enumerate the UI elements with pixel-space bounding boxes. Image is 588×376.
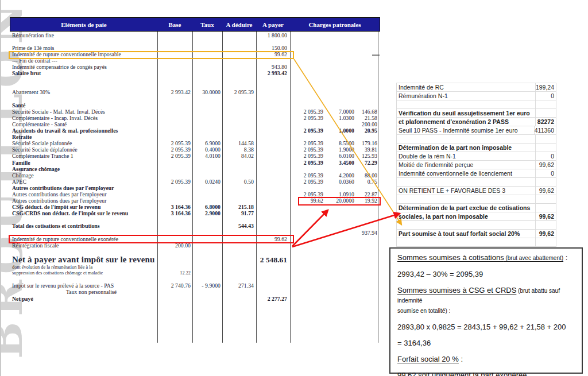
spreadsheet-value: 0	[536, 153, 556, 160]
note-line: soumise en totalité) :	[397, 306, 575, 316]
note-line: Sommes soumises à CSG et CRDS (brut abat…	[397, 286, 575, 305]
red-highlight-box-forfait-social-row	[298, 197, 381, 206]
cell-cb: 2 095.39	[290, 147, 324, 153]
spreadsheet-row	[397, 195, 556, 204]
cell-cb: 2 095.39	[290, 160, 324, 166]
header-col-0: Eléments de paie	[10, 18, 157, 31]
cell-cb: 2 095.39	[290, 173, 324, 179]
cell-label: Complémentaire - Incap. Inval. Décès	[10, 115, 157, 121]
table-row: Autres contributions dues par l'employeu…	[10, 185, 380, 191]
cell-taux: - 9.9000	[192, 283, 222, 289]
cell-base: 2 095.39	[157, 147, 192, 153]
table-row: dont évolution de la rémunération liée à…	[10, 265, 380, 270]
spreadsheet-row: Détermination de la part non imposable	[397, 144, 556, 152]
spreadsheet-value: 99,62	[536, 230, 556, 237]
note-line: = 3164,36	[397, 339, 575, 348]
cell-pay: 150.00	[256, 45, 290, 51]
table-row	[10, 83, 380, 90]
table-row: Net payé2 277.27	[10, 296, 380, 302]
cell-ct: 1.0000	[324, 128, 355, 134]
table-row: Sécurité Sociale - Mal. Mat. Inval. Décè…	[10, 108, 380, 115]
table-row: Net à payer avant impôt sur le revenu2 5…	[10, 255, 380, 265]
cell-ded: 0.50	[222, 179, 256, 185]
cell-ded: 91.77	[222, 211, 256, 216]
cell-label: Retraite	[10, 134, 157, 140]
cell-ded: 2 095.39	[222, 90, 256, 95]
table-row: Sécurité Sociale déplafonnée2 095.390.40…	[10, 147, 380, 153]
cell-label: Complémentaire Tranche 1	[10, 153, 157, 159]
cell-label: Réintégration fiscale	[10, 243, 157, 249]
table-row: Complémentaire - Santé200.00	[10, 121, 380, 127]
cell-cm: 88.00	[355, 173, 380, 179]
cell-cm: 125.93	[355, 153, 380, 159]
cell-ct: 1.9000	[324, 147, 355, 153]
cell-base: 2 095.39	[157, 141, 192, 146]
spreadsheet-row	[397, 221, 556, 230]
cell-cm: 179.16	[355, 141, 380, 146]
cell-label: Sécurité Sociale - Mal. Mat. Inval. Décè…	[10, 109, 157, 115]
header-col-5: Charges patronales	[290, 18, 380, 31]
spreadsheet-label	[397, 100, 536, 108]
cell-label: APEC	[10, 179, 157, 185]
header-col-4: A payer	[256, 18, 290, 31]
table-row: Famille2 095.393.450072.29	[10, 160, 380, 166]
table-row: Rémunération fixe1 800.00	[10, 32, 380, 38]
table-row	[10, 96, 380, 102]
cell-base: 12.22	[157, 271, 192, 276]
spreadsheet-row: sociales, la part non imposable99,62	[397, 212, 556, 221]
header-col-1: Base	[157, 18, 192, 31]
cell-base: 3 164.36	[157, 204, 192, 210]
cell-taux: 0.4000	[192, 147, 222, 153]
table-row: Chômage2 095.394.200088.00	[10, 172, 380, 179]
cell-cm: 937.94	[355, 230, 380, 236]
cell-label: Santé	[10, 103, 157, 108]
cell-pay: 2 277.27	[256, 296, 290, 302]
spreadsheet-value: 82272	[536, 118, 556, 125]
table-row	[10, 249, 380, 255]
cell-cb: 2 095.39	[290, 115, 324, 121]
cell-pay: 2 548.61	[256, 256, 290, 264]
spreadsheet-label	[397, 238, 536, 246]
cell-ct: 7.0000	[324, 109, 355, 115]
spreadsheet-row	[397, 100, 556, 109]
spreadsheet-label	[397, 178, 536, 186]
cell-cb: 2 095.39	[290, 141, 324, 146]
cell-cm: 146.68	[355, 109, 380, 115]
spreadsheet-label: Moitié de l'indemnité perçue	[397, 161, 536, 169]
cell-label: Prime de 13è mois	[10, 45, 157, 51]
payslip-table-header: Eléments de paieBaseTauxA déduireA payer…	[10, 17, 380, 32]
table-row: Retraite	[10, 134, 380, 141]
table-row: Indemnité compensatrice de congés payés9…	[10, 64, 380, 70]
cell-ct: 0.0360	[324, 179, 355, 185]
spreadsheet-value: 0	[536, 170, 556, 177]
table-row: Complémentaire Tranche 12 095.394.010084…	[10, 153, 380, 160]
table-row	[10, 77, 380, 83]
cell-cb: 2 095.39	[290, 179, 324, 185]
header-col-2: Taux	[192, 18, 222, 31]
cell-ded: 544.43	[222, 223, 256, 229]
cell-pay: 1 800.00	[256, 33, 290, 38]
cell-label: CSG/CRDS non déduct. de l'impôt sur le r…	[10, 211, 157, 216]
cell-pay: 943.80	[256, 64, 290, 70]
cell-cm: 0.75	[355, 179, 380, 185]
spreadsheet-row: Indemnité conventionnelle de licenciemen…	[397, 169, 556, 178]
spreadsheet-label	[397, 221, 536, 229]
cell-cm: 21.58	[355, 115, 380, 121]
explanation-note-box: Sommes soumises à cotisations (brut avec…	[389, 247, 583, 374]
cell-label: dont évolution de la rémunération liée à…	[10, 265, 157, 270]
calculation-spreadsheet: Indemnité de RC199,24Rémunération N-10Vé…	[396, 83, 556, 247]
cell-cm: 200.00	[355, 122, 380, 127]
spreadsheet-label: Part soumise à tout sauf forfait social …	[397, 230, 536, 238]
table-row: APEC2 095.390.02400.502 095.390.03600.75	[10, 179, 380, 185]
payslip-document-page: BROUILLON Eléments de paieBaseTauxA dédu…	[0, 0, 588, 376]
spreadsheet-row	[397, 178, 556, 187]
table-row: Prime de 13è mois150.00	[10, 45, 380, 51]
cell-label: Autres contributions dues par l'employeu…	[10, 185, 157, 191]
spreadsheet-row: Indemnité de RC199,24	[397, 83, 556, 92]
yellow-highlight-box-imposable-row	[9, 51, 294, 59]
spreadsheet-value: 99,62	[536, 161, 556, 168]
cell-label: Sécurité Sociale plafonnée	[10, 141, 157, 146]
spreadsheet-value: 199,24	[536, 84, 556, 91]
cell-base: 200.00	[157, 243, 192, 249]
table-row: Accidents du travail & mal. professionne…	[10, 127, 380, 134]
